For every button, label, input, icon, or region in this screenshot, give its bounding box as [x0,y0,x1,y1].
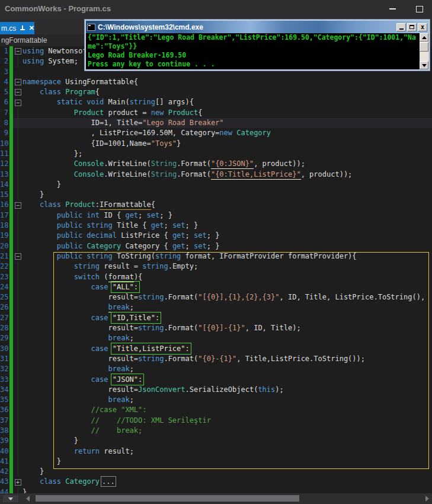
code-token: string [155,252,181,260]
line-number: 31 [0,354,8,364]
code-editor: 1−using Newtonsoft.Json;2using System;34… [0,46,432,493]
code-text: // //TODO: XML Serileştir [23,416,211,426]
code-token: .WriteLine( [104,170,151,178]
code-token: ; [130,365,134,373]
scrollbar-options-button[interactable] [3,495,18,502]
pin-icon[interactable] [20,25,24,31]
collapse-icon[interactable]: − [15,100,21,106]
code-text: result=string.Format("[{0}]-{1}", ID, Ti… [23,323,301,333]
code-token: product = [104,109,151,117]
collapse-icon[interactable]: − [15,48,21,55]
code-line: 16− class Product:IFormattable{ [0,200,432,210]
fold-guide-line [18,118,18,128]
fold-guide-line [18,426,18,436]
code-text: class Category... [23,477,115,487]
horizontal-scrollbar[interactable] [0,493,432,504]
code-text: namespace UsingFormattable{ [23,77,138,87]
line-number: 28 [0,323,8,333]
code-line: 31 result=string.Format("{0}-{1}", Title… [0,354,432,364]
line-number: 18 [0,221,8,231]
code-token: result= [108,355,139,363]
code-token: result; [104,447,134,455]
fold-guide-line [18,190,18,200]
code-text: class Program{ [23,87,100,97]
code-token: break [108,334,130,342]
expand-icon[interactable]: + [15,479,21,486]
code-line: 9 , ListPrice=169.50M, Category=new Cate… [0,128,432,138]
code-line: 7 Product product = new Product{ [0,108,432,118]
code-line: 18 public string Title { get; set; } [0,221,432,231]
code-token: format [108,273,134,282]
tab-program-cs[interactable]: m.cs ✕ [0,22,34,34]
code-token: result= [108,385,139,394]
code-token: Program [65,88,95,96]
code-text: case "Title,ListPrice": [23,344,190,354]
code-token: String [151,160,177,168]
line-number: 15 [0,190,8,200]
window-title: CommonWorks - Program.cs [0,0,432,18]
line-number: 37 [0,416,8,426]
code-token: // break; [91,426,143,435]
code-token: { [95,88,100,96]
collapse-icon[interactable]: − [15,89,21,95]
line-number: 38 [0,426,8,436]
namespace-dropdown-label[interactable]: ngFormattable [0,36,47,44]
fold-margin [13,354,23,364]
cmd-vertical-scrollbar[interactable] [420,33,428,69]
tab-close-icon[interactable]: ✕ [29,24,34,32]
collapse-icon[interactable]: − [15,253,21,260]
cmd-maximize-icon [409,25,414,29]
code-token: Product [168,109,199,117]
code-token: "Lego Road Breaker" [142,119,223,127]
code-line: 17 public int ID { get; set; } [0,210,432,221]
scroll-left-arrow-icon[interactable] [26,496,30,502]
line-number: 25 [0,292,8,302]
code-token: public int [57,211,104,219]
code-token: "{0:JSON}" [211,160,254,169]
code-line: 37 // //TODO: XML Serileştir [0,416,432,426]
fold-margin [13,108,23,118]
fold-guide-line [18,128,18,138]
code-text: result=JsonConvert.SerializeObject(this)… [23,385,284,395]
cmd-title: C:\Windows\system32\cmd.exe [98,23,396,31]
cmd-maximize-button[interactable] [407,23,417,31]
code-token: ; [130,303,134,311]
code-token: "{0:Title,ListPrice}" [211,170,301,180]
fold-guide-line [18,467,18,477]
code-text: //case "XML": [23,405,147,415]
cmd-close-button[interactable]: x [418,23,427,31]
maximize-button[interactable] [411,0,428,18]
minimize-button[interactable] [383,0,401,18]
horizontal-scrollbar-thumb[interactable] [36,495,299,502]
code-token: Category [65,477,100,486]
code-token: ; [185,242,194,250]
fold-guide-line [18,385,18,395]
code-text: Console.WriteLine(String.Format("{0:Titl… [23,170,352,180]
line-number: 19 [0,231,8,241]
cmd-scrollbar-thumb[interactable] [420,42,428,52]
code-token: .SerializeObject( [185,385,258,394]
code-line: 6− static void Main(string[] args){ [0,97,432,107]
code-token: Category [87,242,121,250]
code-line: 33 case "JSON": [0,375,432,385]
code-token: ; [185,231,194,240]
cmd-scroll-down-button[interactable] [420,61,428,69]
code-token: , Title,ListPrice.ToString()); [236,355,365,363]
cmd-title-bar[interactable]: C:\Windows\system32\cmd.exe x [86,21,428,33]
collapse-icon[interactable]: − [15,202,21,209]
code-token: new [219,129,236,137]
code-token: new [151,109,168,117]
cmd-scroll-up-button[interactable] [420,33,428,42]
code-token: .Format( [164,324,198,332]
code-text: using System; [23,56,78,66]
cmd-minimize-button[interactable] [396,23,406,31]
fold-margin [13,487,23,493]
code-token: Product [65,200,95,209]
fold-margin: − [13,97,23,107]
scroll-right-arrow-icon[interactable] [425,496,429,502]
fold-guide-line [18,313,18,323]
collapse-icon[interactable]: − [15,79,21,85]
console-line: Press any key to continue . . . [86,60,428,69]
code-line: 26 break; [0,302,432,312]
code-text: break; [23,333,134,343]
